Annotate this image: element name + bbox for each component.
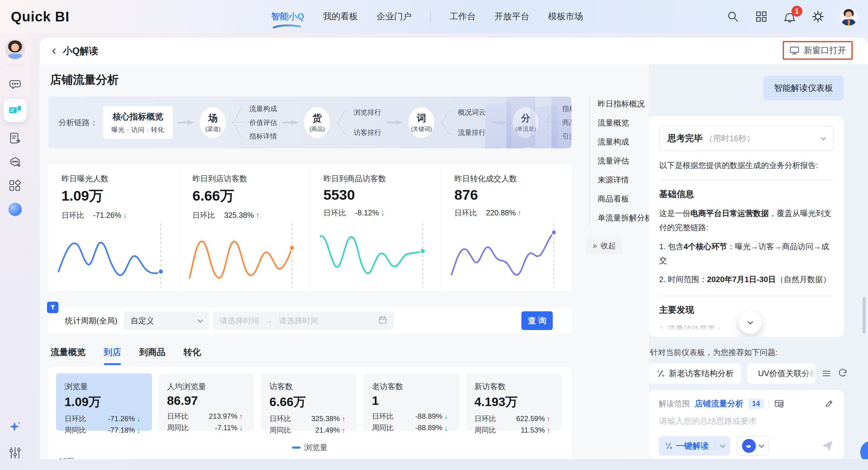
filter-funnel-icon[interactable] bbox=[47, 302, 59, 313]
chart-legend[interactable]: 浏览量 bbox=[48, 442, 571, 453]
board-select-icon[interactable] bbox=[774, 399, 784, 409]
preferences-sliders-icon[interactable] bbox=[8, 446, 22, 461]
nav-item-open-platform[interactable]: 开放平台 bbox=[495, 10, 530, 23]
anchor-item-yesterday-overview[interactable]: 昨日指标概况 bbox=[598, 99, 643, 109]
tile-value: 86.97 bbox=[167, 394, 246, 408]
suggestion-label: UV价值关联分析 bbox=[758, 368, 815, 379]
tile-avg-pageviews[interactable]: 人均浏览量 86.97 日环比213.97% ↑ 周同比-7.11% ↓ bbox=[158, 374, 254, 431]
apps-grid-icon[interactable] bbox=[755, 10, 768, 23]
chat-bubble-icon[interactable] bbox=[8, 78, 22, 92]
down-arrow-icon: ↓ bbox=[444, 412, 448, 421]
nav-menu: 智能小Q 我的看板 企业门户 工作台 开放平台 模板市场 bbox=[271, 0, 583, 33]
nav-item-my-dashboards[interactable]: 我的看板 bbox=[323, 10, 358, 23]
chain-branch[interactable]: 访客排行 bbox=[353, 128, 381, 137]
user-avatar[interactable] bbox=[840, 7, 858, 26]
edit-pencil-icon[interactable] bbox=[824, 399, 834, 409]
model-selector[interactable] bbox=[737, 436, 769, 456]
query-button[interactable]: 查 询 bbox=[521, 311, 553, 330]
tile-title: 新访客数 bbox=[474, 381, 553, 392]
scroll-down-button[interactable] bbox=[739, 311, 762, 334]
kpi-ratio-row: 日环比 220.88% ↑ bbox=[455, 208, 561, 218]
nav-item-enterprise-portal[interactable]: 企业门户 bbox=[377, 10, 412, 23]
chain-branch[interactable]: 概况词云 bbox=[458, 108, 486, 117]
chain-branch[interactable]: 指标详情 bbox=[249, 131, 277, 141]
start-date-placeholder: 请选择时间 bbox=[220, 316, 259, 326]
chain-branch[interactable]: 浏览排行 bbox=[353, 108, 381, 117]
period-preset-select[interactable]: 自定义 bbox=[124, 311, 209, 330]
tab-to-product[interactable]: 到商品 bbox=[139, 346, 165, 365]
tab-to-store[interactable]: 到店 bbox=[104, 346, 121, 365]
quickbi-logo[interactable]: Quick BI bbox=[11, 8, 70, 25]
more-suggestions-list-icon[interactable] bbox=[821, 368, 832, 379]
ai-chat-panel: 智能解读仪表板 思考完毕 （用时16秒） 以下是根据您提供的数据生成的业务分析报… bbox=[649, 64, 868, 459]
sparkle-ai-icon[interactable] bbox=[8, 419, 22, 435]
tile-new-visitors[interactable]: 新访客数 4.193万 日环比622.59% ↑ 周同比11.53% ↑ bbox=[466, 374, 562, 431]
chain-branch[interactable]: 流量构成 bbox=[249, 104, 277, 113]
sidebar-item-interpret-active[interactable] bbox=[4, 99, 27, 122]
kpi-card-exposure[interactable]: 昨日曝光人数 1.09万 日环比 -71.26% ↓ bbox=[48, 165, 179, 291]
search-icon[interactable] bbox=[726, 10, 740, 23]
up-arrow-icon: ↑ bbox=[239, 412, 243, 421]
chain-branch[interactable]: 流量排行 bbox=[458, 128, 486, 137]
chain-branch[interactable]: 价值评估 bbox=[249, 118, 277, 127]
tile-returning-visitors[interactable]: 老访客数 1 日环比-88.89% ↓ 周同比-88.89% ↓ bbox=[364, 374, 459, 431]
sidebar-divider bbox=[6, 64, 24, 65]
chat-text-input[interactable] bbox=[658, 416, 834, 426]
collapse-button[interactable]: » 收起 bbox=[586, 237, 622, 254]
scope-dashboard-name[interactable]: 店铺流量分析 bbox=[695, 398, 744, 409]
kpi-card-conversion[interactable]: 昨日转化成交人数 876 日环比 220.88% ↑ bbox=[441, 165, 572, 291]
anchor-item-source-details[interactable]: 来源详情 bbox=[598, 175, 643, 185]
down-arrow-icon: ↓ bbox=[239, 423, 243, 432]
open-new-window-button[interactable]: 新窗口打开 bbox=[789, 45, 846, 56]
chain-node-name: 场 bbox=[208, 112, 218, 125]
thinking-collapse-header[interactable]: 思考完毕 （用时16秒） bbox=[659, 126, 834, 151]
chain-node-channel[interactable]: 场 (渠道) bbox=[200, 107, 226, 138]
notification-bell-icon[interactable]: 1 bbox=[783, 10, 796, 23]
date-range-picker[interactable]: 请选择时间 → 请选择时间 bbox=[213, 311, 394, 330]
one-click-dropdown[interactable] bbox=[715, 441, 730, 451]
sidebar-user-avatar[interactable] bbox=[5, 39, 25, 59]
anchor-item-single-traffic-analysis[interactable]: 单流量拆解分析 bbox=[598, 213, 643, 223]
chain-label: 分析链路： bbox=[59, 117, 98, 128]
kpi-ratio-row: 日环比 -8.12% ↓ bbox=[323, 208, 430, 218]
settings-gear-icon[interactable] bbox=[811, 10, 825, 23]
nav-item-workbench[interactable]: 工作台 bbox=[450, 10, 476, 23]
chain-node-keyword[interactable]: 词 (关键词) bbox=[408, 107, 434, 138]
ai-sphere-icon[interactable] bbox=[8, 203, 22, 216]
down-arrow-icon: ↓ bbox=[123, 211, 127, 219]
report-document-icon[interactable] bbox=[8, 131, 22, 145]
report-intro: 以下是根据您提供的数据生成的业务分析报告: bbox=[659, 160, 834, 171]
nav-item-smart-q[interactable]: 智能小Q bbox=[271, 10, 304, 23]
components-icon[interactable] bbox=[8, 179, 22, 193]
metric-tiles-panel: 浏览量 1.09万 日环比-71.26% ↓ 周同比-77.18% ↓ 人均浏览… bbox=[48, 367, 571, 459]
tab-conversion[interactable]: 转化 bbox=[184, 346, 201, 365]
chain-branches: 浏览排行 访客排行 bbox=[353, 102, 381, 143]
suggestion-chip-uv-value[interactable]: UV价值关联分析 bbox=[747, 363, 815, 384]
back-chevron-icon bbox=[52, 48, 58, 54]
tile-visitors[interactable]: 访客数 6.66万 日环比325.38% ↑ 周同比21.49% ↑ bbox=[261, 374, 357, 431]
kpi-card-store-visitors[interactable]: 昨日到店访客数 6.66万 日环比 325.38% ↑ bbox=[179, 165, 310, 291]
chain-root-node[interactable]: 核心指标概览 曝光 · 访问 · 转化 bbox=[103, 106, 173, 139]
tile-ratio-row: 日环比213.97% ↑ bbox=[167, 411, 243, 421]
sidebar-avatar-face bbox=[11, 43, 19, 51]
send-button[interactable] bbox=[820, 439, 834, 453]
anchor-item-traffic-overview[interactable]: 流量概览 bbox=[598, 118, 643, 128]
tab-traffic-overview[interactable]: 流量概览 bbox=[51, 346, 86, 365]
dataset-database-icon[interactable] bbox=[8, 155, 22, 169]
anchor-item-product-board[interactable]: 商品看板 bbox=[598, 194, 643, 204]
tile-pageviews[interactable]: 浏览量 1.09万 日环比-71.26% ↓ 周同比-77.18% ↓ bbox=[56, 374, 152, 431]
chat-scrollbar-thumb[interactable] bbox=[863, 297, 866, 333]
kpi-card-product-visitors[interactable]: 昨日到商品访客数 5530 日环比 -8.12% ↓ bbox=[310, 165, 441, 291]
chain-node-name: 货 bbox=[313, 112, 322, 125]
one-click-interpret-button[interactable]: 一键解读 bbox=[658, 436, 730, 456]
scope-label: 解读范围 bbox=[658, 399, 690, 409]
chain-node-goods[interactable]: 货 (商品) bbox=[304, 107, 330, 138]
suggestion-chip-new-old-visitors[interactable]: 新老访客结构分析 bbox=[649, 363, 741, 384]
anchor-item-traffic-evaluation[interactable]: 流量评估 bbox=[598, 156, 643, 166]
chevron-down-icon bbox=[820, 135, 826, 140]
report-divider bbox=[659, 296, 834, 296]
back-button[interactable]: 小Q解读 bbox=[53, 45, 98, 57]
anchor-item-traffic-composition[interactable]: 流量构成 bbox=[598, 137, 643, 147]
nav-item-template-market[interactable]: 模板市场 bbox=[548, 10, 583, 23]
refresh-suggestions-icon[interactable] bbox=[838, 368, 848, 379]
